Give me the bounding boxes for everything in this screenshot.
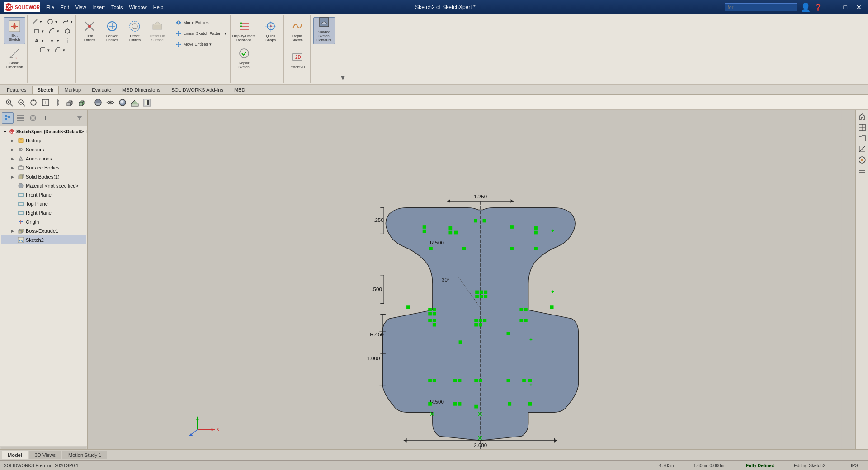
shaded-contours-button[interactable]: ShadedSketchContours (313, 17, 335, 44)
view-rotate-btn[interactable] (28, 97, 39, 108)
tree-sensors[interactable]: ▶ Sensors (1, 145, 86, 154)
solid-expand[interactable]: ▶ (9, 174, 16, 180)
circle-button[interactable]: ▾ (45, 17, 59, 26)
tab-model[interactable]: Model (2, 451, 28, 459)
property-manager-tab[interactable] (14, 112, 26, 124)
move-entities-button[interactable]: Move Entities ▾ (173, 39, 228, 50)
tab-mbd-dimensions[interactable]: MBD Dimensions (117, 86, 165, 94)
view-zoom-out-btn[interactable] (16, 97, 27, 108)
surface-expand[interactable]: ▶ (9, 164, 16, 171)
tree-top-plane[interactable]: Top Plane (1, 199, 86, 208)
rt-folder-btn[interactable] (857, 133, 867, 143)
view-standard-views-btn[interactable] (65, 97, 75, 108)
annotations-expand[interactable]: ▶ (9, 155, 16, 162)
tab-sketch[interactable]: Sketch (32, 86, 58, 94)
rectangle-button[interactable]: ▾ (31, 27, 46, 36)
tree-origin[interactable]: Origin (1, 217, 86, 226)
menu-insert[interactable]: Insert (90, 4, 108, 11)
arc-button[interactable]: ▾ (47, 27, 61, 36)
view-scene-btn[interactable] (129, 97, 140, 108)
smart-dimension-button[interactable]: ↔ SmartDimension (4, 44, 25, 71)
tab-solidworks-addins[interactable]: SOLIDWORKS Add-Ins (166, 86, 228, 94)
filter-icon[interactable] (74, 112, 85, 124)
restore-button[interactable]: □ (841, 4, 850, 11)
history-expand[interactable]: ▶ (9, 137, 16, 144)
user-icon[interactable]: 👤 (801, 2, 811, 12)
trim-entities-button[interactable]: Trim Entities (79, 17, 100, 44)
tab-markup[interactable]: Markup (60, 86, 86, 94)
dim-text-r500-bot: R.500 (430, 399, 444, 404)
feature-tree-tab[interactable] (2, 112, 14, 124)
menu-bar[interactable]: File Edit View Insert Tools Window Help (43, 4, 166, 11)
menu-edit[interactable]: Edit (58, 4, 72, 11)
tab-motion-study[interactable]: Motion Study 1 (62, 451, 107, 459)
tab-features[interactable]: Features (2, 86, 31, 94)
search-input[interactable] (725, 3, 797, 11)
config-manager-tab[interactable] (27, 112, 39, 124)
tree-material[interactable]: Material <not specified> (1, 181, 86, 190)
polygon-button[interactable] (62, 27, 73, 36)
rt-zoom-btn[interactable] (857, 122, 867, 132)
tree-right-plane[interactable]: Right Plane (1, 208, 86, 217)
menu-window[interactable]: Window (127, 4, 150, 11)
rapid-sketch-button[interactable]: Rapid Sketch (287, 17, 308, 44)
add-tab[interactable]: + (40, 112, 52, 124)
point-button[interactable]: ▾ (47, 36, 61, 45)
line-button[interactable]: ▾ (29, 17, 44, 26)
sensors-expand[interactable]: ▶ (9, 146, 16, 153)
rt-home-btn[interactable] (857, 112, 867, 122)
view-display-style-btn[interactable] (93, 97, 104, 108)
view-hide-show-btn[interactable] (105, 97, 116, 108)
view-section-btn[interactable] (40, 97, 51, 108)
linear-sketch-button[interactable]: Linear Sketch Pattern ▾ (173, 28, 228, 39)
rt-color-btn[interactable] (857, 155, 867, 165)
spline-button[interactable]: ▾ (60, 17, 75, 26)
constraint-71 (453, 402, 457, 406)
boss-expand[interactable]: ▶ (9, 228, 16, 234)
menu-view[interactable]: View (73, 4, 89, 11)
exit-sketch-button[interactable]: Exit Sketch (4, 17, 25, 44)
text-button[interactable]: A ▾ (31, 36, 46, 45)
ribbon-expand[interactable]: ▼ (338, 15, 348, 83)
minimize-button[interactable]: — (826, 4, 837, 11)
rt-dimension-btn[interactable] (857, 144, 867, 154)
tab-3d-views[interactable]: 3D Views (29, 451, 61, 459)
view-lights-btn[interactable] (142, 97, 152, 108)
fillet-button[interactable]: ▾ (37, 46, 52, 55)
help-icon[interactable]: ❓ (814, 4, 822, 11)
close-button[interactable]: ✕ (854, 4, 864, 11)
instant2d-button[interactable]: 2D Instant2D (287, 44, 308, 71)
tree-surface-bodies[interactable]: ▶ Surface Bodies (1, 163, 86, 172)
view-zoom-to-fit-btn[interactable] (4, 97, 14, 108)
tree-boss-extrude1[interactable]: ▶ Boss-Extrude1 (1, 226, 86, 235)
tab-mbd[interactable]: MBD (229, 86, 250, 94)
repair-sketch-button[interactable]: Repair Sketch (233, 44, 255, 71)
mirror-entities-button[interactable]: Mirror Entities (173, 17, 228, 28)
tab-evaluate[interactable]: Evaluate (87, 86, 116, 94)
mirror-line-button[interactable] (62, 36, 73, 45)
menu-help[interactable]: Help (151, 4, 166, 11)
menu-tools[interactable]: Tools (108, 4, 126, 11)
rt-list-btn[interactable] (857, 166, 867, 176)
view-pan-btn[interactable] (52, 97, 63, 108)
view-orientation-btn[interactable] (77, 97, 88, 108)
chamfer-button[interactable]: ▾ (52, 46, 67, 55)
canvas-area[interactable]: 1.250 .250 .500 R.450 1.000 (88, 110, 855, 449)
view-appearance-btn[interactable] (117, 97, 128, 108)
offset-entities-button[interactable]: Offset Entities (124, 17, 146, 44)
display-delete-button[interactable]: Display/DeleteRelations (233, 17, 255, 44)
tree-root-expand[interactable]: ▼ (3, 128, 7, 135)
quick-snaps-button[interactable]: Quick Snaps (260, 17, 282, 44)
tree-annotations[interactable]: ▶ Annotations (1, 154, 86, 163)
constraint-75 (528, 402, 532, 406)
convert-entities-button[interactable]: Convert Entities (101, 17, 123, 44)
offset-surface-button[interactable]: Offset On Surface (146, 17, 168, 44)
tree-sketch2[interactable]: Sketch2 (1, 235, 86, 244)
tree-root-item[interactable]: ▼ SW SketchXpert (Default<<Default>_Disp… (1, 127, 86, 136)
tree-history[interactable]: ▶ History (1, 136, 86, 145)
tree-front-plane[interactable]: Front Plane (1, 190, 86, 199)
tree-solid-bodies[interactable]: ▶ Solid Bodies(1) (1, 172, 86, 181)
horizontal-scrollbar[interactable] (1, 447, 86, 449)
front-plane-icon (17, 191, 24, 198)
menu-file[interactable]: File (43, 4, 57, 11)
